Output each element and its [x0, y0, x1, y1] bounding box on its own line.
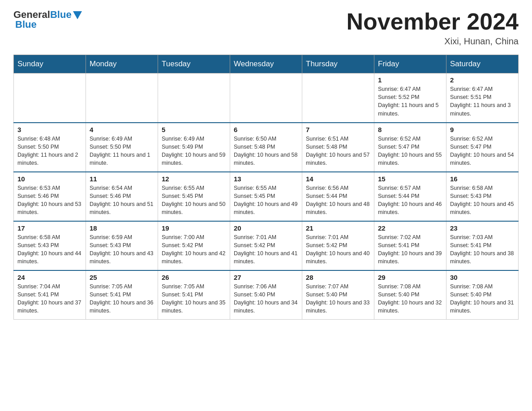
calendar-cell: 18Sunrise: 6:59 AM Sunset: 5:43 PM Dayli…: [86, 221, 158, 270]
calendar-cell: 10Sunrise: 6:53 AM Sunset: 5:46 PM Dayli…: [14, 172, 86, 221]
calendar-cell: [14, 73, 86, 123]
calendar-cell: 3Sunrise: 6:48 AM Sunset: 5:50 PM Daylig…: [14, 123, 86, 172]
day-number: 14: [306, 175, 370, 183]
day-info: Sunrise: 6:50 AM Sunset: 5:48 PM Dayligh…: [234, 135, 298, 167]
week-row-2: 3Sunrise: 6:48 AM Sunset: 5:50 PM Daylig…: [14, 123, 519, 172]
week-row-4: 17Sunrise: 6:58 AM Sunset: 5:43 PM Dayli…: [14, 221, 519, 270]
logo-blue-text: Blue: [50, 9, 72, 21]
day-number: 19: [162, 224, 226, 232]
calendar-cell: 12Sunrise: 6:55 AM Sunset: 5:45 PM Dayli…: [158, 172, 230, 221]
day-number: 25: [90, 274, 154, 281]
calendar-cell: 8Sunrise: 6:52 AM Sunset: 5:47 PM Daylig…: [374, 123, 446, 172]
col-header-friday: Friday: [374, 55, 446, 73]
calendar-cell: [86, 73, 158, 123]
calendar-cell: 21Sunrise: 7:01 AM Sunset: 5:42 PM Dayli…: [302, 221, 374, 270]
calendar-cell: 29Sunrise: 7:08 AM Sunset: 5:40 PM Dayli…: [374, 270, 446, 320]
day-number: 3: [17, 126, 82, 133]
calendar-cell: 30Sunrise: 7:08 AM Sunset: 5:40 PM Dayli…: [446, 270, 519, 320]
day-info: Sunrise: 7:05 AM Sunset: 5:41 PM Dayligh…: [90, 283, 154, 315]
day-number: 16: [450, 175, 515, 183]
calendar-cell: 24Sunrise: 7:04 AM Sunset: 5:41 PM Dayli…: [14, 270, 86, 320]
calendar-cell: 11Sunrise: 6:54 AM Sunset: 5:46 PM Dayli…: [86, 172, 158, 221]
col-header-monday: Monday: [86, 55, 158, 73]
col-header-thursday: Thursday: [302, 55, 374, 73]
logo: General Blue Blue: [13, 9, 82, 30]
calendar-cell: 6Sunrise: 6:50 AM Sunset: 5:48 PM Daylig…: [230, 123, 302, 172]
day-info: Sunrise: 6:52 AM Sunset: 5:47 PM Dayligh…: [450, 135, 515, 167]
day-number: 22: [378, 224, 442, 232]
title-area: November 2024 Xixi, Hunan, China: [347, 9, 519, 47]
calendar-cell: 26Sunrise: 7:05 AM Sunset: 5:41 PM Dayli…: [158, 270, 230, 320]
day-number: 11: [90, 175, 154, 183]
location: Xixi, Hunan, China: [347, 36, 519, 47]
day-number: 8: [378, 126, 442, 133]
day-info: Sunrise: 6:49 AM Sunset: 5:49 PM Dayligh…: [162, 135, 226, 167]
day-number: 23: [450, 224, 515, 232]
calendar-cell: 1Sunrise: 6:47 AM Sunset: 5:52 PM Daylig…: [374, 73, 446, 123]
day-info: Sunrise: 7:08 AM Sunset: 5:40 PM Dayligh…: [378, 283, 442, 315]
day-info: Sunrise: 6:49 AM Sunset: 5:50 PM Dayligh…: [90, 135, 154, 167]
day-info: Sunrise: 7:04 AM Sunset: 5:41 PM Dayligh…: [17, 283, 82, 315]
col-header-tuesday: Tuesday: [158, 55, 230, 73]
day-info: Sunrise: 7:08 AM Sunset: 5:40 PM Dayligh…: [450, 283, 515, 315]
calendar: SundayMondayTuesdayWednesdayThursdayFrid…: [13, 55, 519, 320]
day-info: Sunrise: 7:01 AM Sunset: 5:42 PM Dayligh…: [306, 233, 370, 266]
week-row-3: 10Sunrise: 6:53 AM Sunset: 5:46 PM Dayli…: [14, 172, 519, 221]
day-number: 1: [378, 76, 442, 84]
day-number: 2: [450, 76, 515, 84]
logo-subtitle: Blue: [13, 19, 37, 30]
calendar-cell: 20Sunrise: 7:01 AM Sunset: 5:42 PM Dayli…: [230, 221, 302, 270]
col-header-wednesday: Wednesday: [230, 55, 302, 73]
week-row-1: 1Sunrise: 6:47 AM Sunset: 5:52 PM Daylig…: [14, 73, 519, 123]
day-info: Sunrise: 6:51 AM Sunset: 5:48 PM Dayligh…: [306, 135, 370, 167]
calendar-cell: 2Sunrise: 6:47 AM Sunset: 5:51 PM Daylig…: [446, 73, 519, 123]
calendar-cell: [230, 73, 302, 123]
calendar-cell: 15Sunrise: 6:57 AM Sunset: 5:44 PM Dayli…: [374, 172, 446, 221]
day-info: Sunrise: 6:47 AM Sunset: 5:52 PM Dayligh…: [378, 85, 442, 118]
day-info: Sunrise: 6:56 AM Sunset: 5:44 PM Dayligh…: [306, 184, 370, 217]
calendar-cell: 28Sunrise: 7:07 AM Sunset: 5:40 PM Dayli…: [302, 270, 374, 320]
calendar-cell: 7Sunrise: 6:51 AM Sunset: 5:48 PM Daylig…: [302, 123, 374, 172]
day-number: 17: [17, 224, 82, 232]
day-number: 26: [162, 274, 226, 281]
day-number: 4: [90, 126, 154, 133]
calendar-cell: 4Sunrise: 6:49 AM Sunset: 5:50 PM Daylig…: [86, 123, 158, 172]
day-info: Sunrise: 7:02 AM Sunset: 5:41 PM Dayligh…: [378, 233, 442, 266]
day-number: 29: [378, 274, 442, 281]
day-number: 20: [234, 224, 298, 232]
day-info: Sunrise: 6:53 AM Sunset: 5:46 PM Dayligh…: [17, 184, 82, 217]
col-header-sunday: Sunday: [14, 55, 86, 73]
day-number: 24: [17, 274, 82, 281]
calendar-cell: 25Sunrise: 7:05 AM Sunset: 5:41 PM Dayli…: [86, 270, 158, 320]
col-header-saturday: Saturday: [446, 55, 519, 73]
day-info: Sunrise: 7:00 AM Sunset: 5:42 PM Dayligh…: [162, 233, 226, 266]
day-info: Sunrise: 6:48 AM Sunset: 5:50 PM Dayligh…: [17, 135, 82, 167]
calendar-cell: [302, 73, 374, 123]
day-number: 28: [306, 274, 370, 281]
day-number: 5: [162, 126, 226, 133]
calendar-cell: 19Sunrise: 7:00 AM Sunset: 5:42 PM Dayli…: [158, 221, 230, 270]
day-info: Sunrise: 7:03 AM Sunset: 5:41 PM Dayligh…: [450, 233, 515, 266]
day-info: Sunrise: 7:07 AM Sunset: 5:40 PM Dayligh…: [306, 283, 370, 315]
day-info: Sunrise: 7:06 AM Sunset: 5:40 PM Dayligh…: [234, 283, 298, 315]
day-info: Sunrise: 6:52 AM Sunset: 5:47 PM Dayligh…: [378, 135, 442, 167]
header-row: SundayMondayTuesdayWednesdayThursdayFrid…: [14, 55, 519, 73]
day-number: 13: [234, 175, 298, 183]
day-number: 15: [378, 175, 442, 183]
calendar-cell: 9Sunrise: 6:52 AM Sunset: 5:47 PM Daylig…: [446, 123, 519, 172]
day-number: 6: [234, 126, 298, 133]
day-number: 9: [450, 126, 515, 133]
calendar-cell: 16Sunrise: 6:58 AM Sunset: 5:43 PM Dayli…: [446, 172, 519, 221]
day-number: 18: [90, 224, 154, 232]
day-info: Sunrise: 7:05 AM Sunset: 5:41 PM Dayligh…: [162, 283, 226, 315]
day-number: 7: [306, 126, 370, 133]
day-info: Sunrise: 6:58 AM Sunset: 5:43 PM Dayligh…: [17, 233, 82, 266]
day-info: Sunrise: 6:59 AM Sunset: 5:43 PM Dayligh…: [90, 233, 154, 266]
day-number: 10: [17, 175, 82, 183]
header: General Blue Blue November 2024 Xixi, Hu…: [13, 9, 519, 47]
day-info: Sunrise: 6:47 AM Sunset: 5:51 PM Dayligh…: [450, 85, 515, 118]
calendar-cell: 22Sunrise: 7:02 AM Sunset: 5:41 PM Dayli…: [374, 221, 446, 270]
day-number: 30: [450, 274, 515, 281]
calendar-cell: 14Sunrise: 6:56 AM Sunset: 5:44 PM Dayli…: [302, 172, 374, 221]
day-number: 21: [306, 224, 370, 232]
